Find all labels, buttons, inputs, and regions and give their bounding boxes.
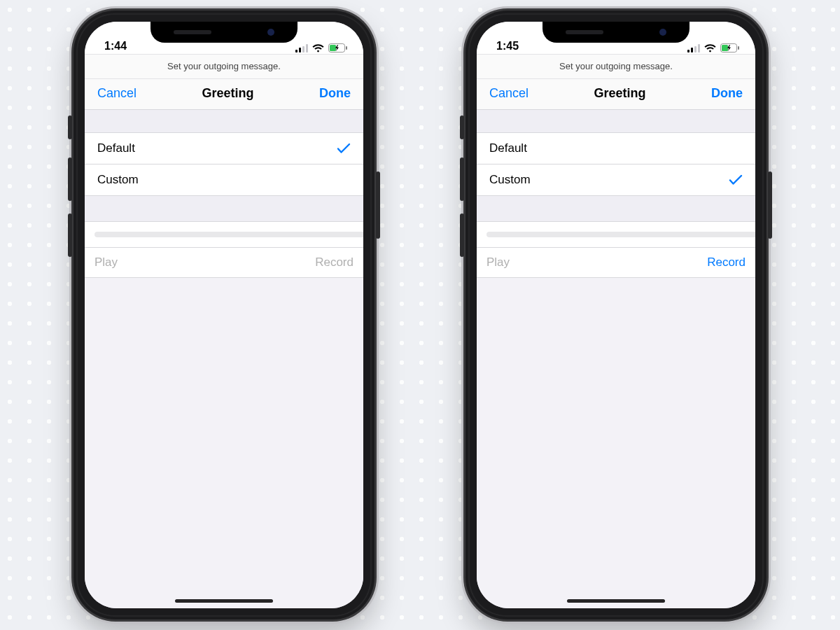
nav-title: Greeting (594, 86, 646, 101)
checkmark-icon (337, 143, 351, 154)
option-label: Default (489, 141, 527, 155)
power-button (768, 172, 772, 239)
section-gap (477, 196, 755, 221)
content-filler (85, 278, 363, 608)
volume-up-button (460, 158, 464, 201)
nav-bar: Cancel Greeting Done (85, 79, 363, 109)
section-gap (85, 196, 363, 221)
nav-title: Greeting (202, 86, 254, 101)
volume-down-button (460, 214, 464, 257)
svg-rect-2 (302, 46, 304, 52)
svg-rect-5 (330, 45, 336, 51)
cancel-button[interactable]: Cancel (97, 86, 136, 101)
svg-rect-10 (698, 44, 700, 52)
status-time: 1:44 (104, 40, 127, 52)
done-button[interactable]: Done (319, 86, 351, 101)
progress-track (94, 232, 363, 237)
svg-rect-6 (346, 46, 347, 50)
screen: 1:45 Set your outgoing message. Cancel G… (477, 22, 755, 608)
content-filler (477, 278, 755, 608)
svg-rect-9 (694, 46, 696, 52)
cellular-signal-icon (687, 44, 700, 52)
prompt-bar: Set your outgoing message. (85, 55, 363, 78)
battery-charging-icon (328, 43, 348, 52)
home-indicator[interactable] (567, 599, 665, 603)
done-button[interactable]: Done (711, 86, 743, 101)
notch (542, 22, 690, 43)
mute-switch (460, 115, 464, 139)
battery-charging-icon (720, 43, 740, 52)
greeting-option-default[interactable]: Default (85, 133, 363, 164)
cellular-signal-icon (295, 44, 308, 52)
notch (150, 22, 298, 43)
option-label: Custom (489, 173, 531, 187)
svg-rect-8 (691, 48, 693, 52)
svg-rect-3 (306, 44, 308, 52)
play-button: Play (94, 255, 118, 270)
play-button: Play (486, 255, 510, 270)
front-camera (267, 29, 274, 36)
svg-rect-12 (722, 45, 728, 51)
greeting-option-default[interactable]: Default (477, 133, 755, 164)
recording-progress (85, 221, 363, 248)
volume-up-button (68, 158, 72, 201)
cancel-button[interactable]: Cancel (489, 86, 528, 101)
home-indicator[interactable] (175, 599, 273, 603)
playback-controls: Play Record (85, 248, 363, 278)
option-label: Default (97, 141, 135, 155)
record-button: Record (315, 255, 354, 270)
volume-down-button (68, 214, 72, 257)
iphone-frame-right: 1:45 Set your outgoing message. Cancel G… (465, 10, 766, 620)
recording-progress (477, 221, 755, 248)
nav-bar: Cancel Greeting Done (477, 79, 755, 109)
wifi-icon (704, 44, 716, 52)
record-button[interactable]: Record (707, 255, 746, 270)
speaker-grille (174, 30, 211, 34)
svg-rect-13 (738, 46, 739, 50)
power-button (376, 172, 380, 239)
front-camera (659, 29, 666, 36)
mute-switch (68, 115, 72, 139)
greeting-option-custom[interactable]: Custom (85, 164, 363, 196)
iphone-frame-left: 1:44 Set your outgoing message. Cancel G… (74, 10, 374, 620)
screen: 1:44 Set your outgoing message. Cancel G… (85, 22, 363, 608)
progress-track (486, 232, 755, 237)
speaker-grille (566, 30, 603, 34)
playback-controls: Play Record (477, 248, 755, 278)
svg-rect-0 (295, 50, 298, 52)
section-gap (477, 109, 755, 133)
svg-rect-1 (299, 48, 301, 52)
section-gap (85, 109, 363, 133)
prompt-bar: Set your outgoing message. (477, 55, 755, 78)
greeting-option-custom[interactable]: Custom (477, 164, 755, 196)
status-time: 1:45 (496, 40, 519, 52)
wifi-icon (312, 44, 324, 52)
prompt-text: Set your outgoing message. (85, 55, 363, 78)
checkmark-icon (729, 174, 743, 186)
prompt-text: Set your outgoing message. (477, 55, 755, 78)
option-label: Custom (97, 173, 139, 187)
svg-rect-7 (687, 50, 690, 52)
